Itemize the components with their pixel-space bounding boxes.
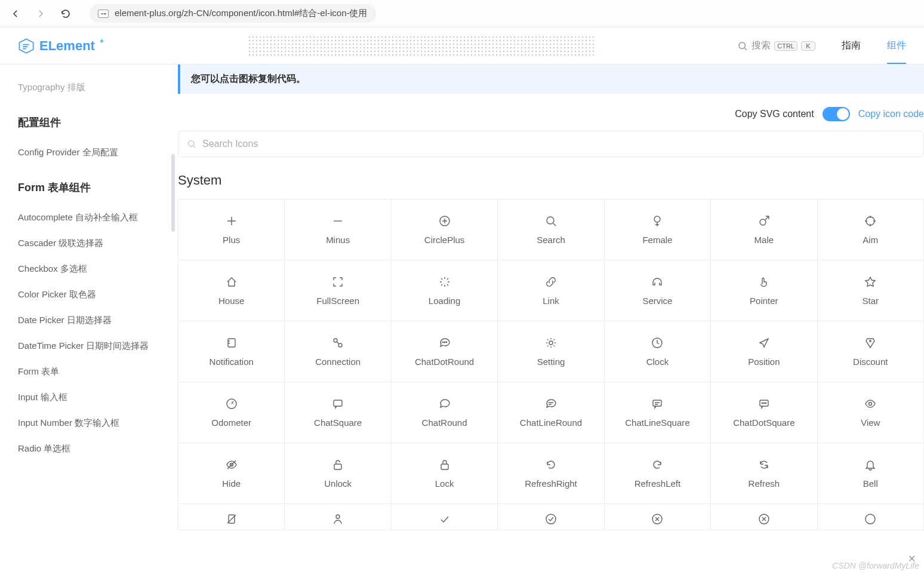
chatlinesquare-icon: [651, 397, 664, 410]
sidebar-scrollbar[interactable]: [171, 154, 175, 232]
address-bar[interactable]: ⊶ element-plus.org/zh-CN/component/icon.…: [90, 4, 376, 23]
icon-cell-Plus[interactable]: Plus: [178, 199, 285, 260]
icon-cell-Setting[interactable]: Setting: [498, 321, 604, 382]
icon-cell-Female[interactable]: Female: [605, 199, 711, 260]
icon-cell-ChatLineRound[interactable]: ChatLineRound: [498, 382, 604, 443]
icon-label: Bell: [863, 478, 878, 489]
sidebar: Typography 排版 配置组件 Config Provider 全局配置 …: [0, 65, 178, 574]
icon-cell-Loading[interactable]: Loading: [392, 260, 498, 321]
svg-point-24: [869, 403, 872, 406]
icon-label: Unlock: [324, 478, 352, 489]
copy-icon-code-label: Copy icon code: [858, 109, 924, 119]
icon-cell-Minus[interactable]: Minus: [285, 199, 391, 260]
icon-cell-r6a[interactable]: [178, 504, 285, 530]
sidebar-item[interactable]: Form 表单: [18, 358, 149, 384]
hide-icon: [225, 458, 238, 471]
icon-cell-House[interactable]: House: [178, 260, 285, 321]
discount-icon: [864, 336, 877, 349]
icon-cell-Connection[interactable]: Connection: [285, 321, 391, 382]
svg-point-33: [866, 514, 875, 524]
icon-cell-Hide[interactable]: Hide: [178, 443, 285, 504]
icon-cell-ChatDotSquare[interactable]: ChatDotSquare: [711, 382, 817, 443]
sidebar-item[interactable]: Checkbox 多选框: [18, 256, 149, 281]
sidebar-item-typography[interactable]: Typography 排版: [18, 74, 149, 100]
search-placeholder: Search Icons: [202, 139, 258, 149]
sidebar-group-config: 配置组件: [18, 115, 177, 130]
r6b-icon: [331, 512, 344, 526]
sidebar-item[interactable]: Input 输入框: [18, 384, 149, 410]
icon-cell-ChatLineSquare[interactable]: ChatLineSquare: [605, 382, 711, 443]
sidebar-item-config-provider[interactable]: Config Provider 全局配置: [18, 139, 149, 165]
icon-cell-ChatSquare[interactable]: ChatSquare: [285, 382, 391, 443]
icon-cell-Male[interactable]: Male: [711, 199, 817, 260]
icon-label: Loading: [429, 296, 460, 306]
icon-cell-Bell[interactable]: Bell: [818, 443, 924, 504]
icon-cell-Unlock[interactable]: Unlock: [285, 443, 391, 504]
icon-cell-Search[interactable]: Search: [498, 199, 604, 260]
svg-point-29: [336, 515, 340, 518]
sidebar-item[interactable]: Radio 单选框: [18, 435, 149, 461]
icon-cell-r6f[interactable]: [711, 504, 817, 530]
house-icon: [225, 275, 238, 288]
icon-cell-Odometer[interactable]: Odometer: [178, 382, 285, 443]
icon-label: House: [218, 296, 244, 306]
sidebar-item[interactable]: Input Number 数字输入框: [18, 410, 149, 435]
site-info-icon[interactable]: ⊶: [98, 10, 109, 18]
icon-label: ChatLineRound: [520, 418, 582, 428]
search-icons-input[interactable]: Search Icons: [178, 131, 924, 157]
nav-guide[interactable]: 指南: [842, 39, 861, 52]
icon-cell-r6g[interactable]: [818, 504, 924, 530]
svg-point-21: [762, 403, 762, 403]
icon-cell-ChatDotRound[interactable]: ChatDotRound: [392, 321, 498, 382]
sidebar-item[interactable]: Cascader 级联选择器: [18, 230, 149, 256]
icon-cell-Service[interactable]: Service: [605, 260, 711, 321]
icon-label: Hide: [222, 478, 241, 489]
icon-label: ChatSquare: [314, 418, 362, 428]
forward-button[interactable]: [33, 7, 48, 21]
sidebar-item[interactable]: Autocomplete 自动补全输入框: [18, 204, 149, 230]
sidebar-item[interactable]: Date Picker 日期选择器: [18, 307, 149, 333]
icon-cell-r6d[interactable]: [498, 504, 604, 530]
icon-cell-r6c[interactable]: [392, 504, 498, 530]
icon-cell-Refresh[interactable]: Refresh: [711, 443, 817, 504]
sidebar-item[interactable]: Color Picker 取色器: [18, 281, 149, 307]
header-search[interactable]: 搜索 CTRL K: [737, 39, 815, 52]
icon-cell-Lock[interactable]: Lock: [392, 443, 498, 504]
refresh-icon: [757, 458, 771, 471]
icon-cell-CirclePlus[interactable]: CirclePlus: [392, 199, 498, 260]
kbd-ctrl: CTRL: [774, 41, 797, 51]
icon-cell-RefreshRight[interactable]: RefreshRight: [498, 443, 604, 504]
icon-cell-Notification[interactable]: Notification: [178, 321, 285, 382]
icon-cell-View[interactable]: View: [818, 382, 924, 443]
logo[interactable]: ELement+: [18, 35, 104, 57]
odometer-icon: [225, 397, 238, 410]
sidebar-item[interactable]: DateTime Picker 日期时间选择器: [18, 333, 149, 358]
icon-label: FullScreen: [316, 296, 359, 306]
svg-rect-27: [441, 464, 448, 469]
nav-component[interactable]: 组件: [887, 39, 906, 64]
watermark: CSDN @forwardMyLife: [832, 561, 919, 570]
icon-cell-Position[interactable]: Position: [711, 321, 817, 382]
chatround-icon: [438, 397, 451, 410]
icon-cell-ChatRound[interactable]: ChatRound: [392, 382, 498, 443]
icon-cell-Link[interactable]: Link: [498, 260, 604, 321]
r6a-icon: [225, 512, 238, 526]
close-icon[interactable]: ✕: [908, 553, 916, 564]
icon-cell-RefreshLeft[interactable]: RefreshLeft: [605, 443, 711, 504]
icon-label: Link: [543, 296, 559, 306]
copy-mode-switch[interactable]: [823, 107, 850, 121]
back-button[interactable]: [8, 7, 23, 21]
icon-cell-r6b[interactable]: [285, 504, 391, 530]
icon-cell-FullScreen[interactable]: FullScreen: [285, 260, 391, 321]
icon-cell-Discount[interactable]: Discount: [818, 321, 924, 382]
icon-label: Position: [748, 357, 780, 367]
icon-cell-Pointer[interactable]: Pointer: [711, 260, 817, 321]
icon-cell-Star[interactable]: Star: [818, 260, 924, 321]
icon-label: Lock: [435, 478, 454, 489]
icon-cell-Aim[interactable]: Aim: [818, 199, 924, 260]
reload-button[interactable]: [58, 7, 73, 21]
icon-cell-Clock[interactable]: Clock: [605, 321, 711, 382]
r6d-icon: [544, 512, 558, 526]
icon-cell-r6e[interactable]: [605, 504, 711, 530]
svg-point-30: [546, 514, 556, 524]
